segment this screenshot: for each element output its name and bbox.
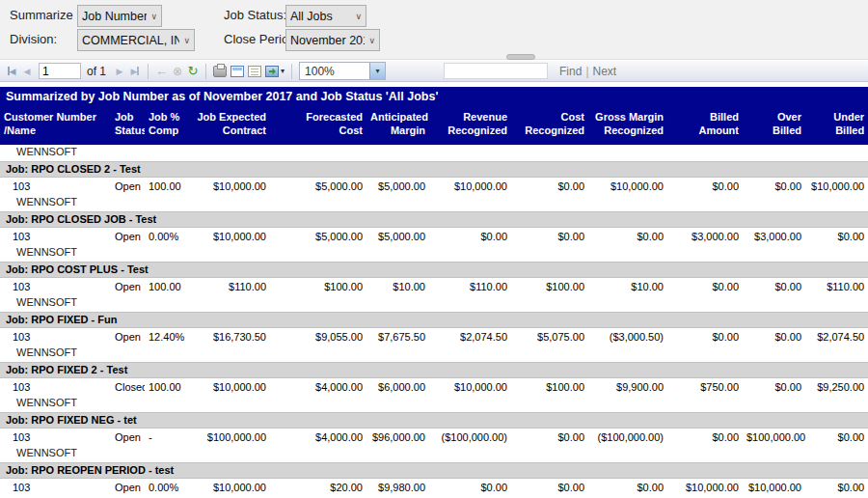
cell-under-billed: $9,250.00 — [805, 377, 868, 396]
column-header-job-status: JobStatus — [111, 107, 145, 145]
job-group-label: Job: RPO CLOSED 2 - Test — [0, 161, 868, 177]
cell-revenue-recognized: $0.00 — [429, 478, 511, 496]
cell-anticipated-margin: $10.00 — [366, 277, 429, 295]
zoom-dropdown-button[interactable]: ▾ — [369, 63, 385, 79]
customer-name: WENNSOFT — [0, 295, 868, 313]
refresh-icon: ↻ — [188, 64, 199, 78]
previous-page-button[interactable]: ◀ — [19, 63, 35, 80]
column-header-anticipated-margin: AnticipatedMargin — [366, 107, 429, 145]
cell-pct-comp: 100.00 — [145, 177, 193, 195]
job-group-header-row: Job: RPO CLOSED 2 - Test — [0, 161, 868, 177]
summarize-by-dropdown[interactable]: Job Number ∨ — [77, 5, 162, 27]
cell-cost-recognized: $0.00 — [511, 227, 588, 245]
cell-under-billed: $10,000.00 — [805, 177, 868, 195]
column-header-expected-contract: Job ExpectedContract — [193, 107, 270, 145]
page-setup-icon — [248, 66, 261, 77]
cell-forecasted-cost: $100.00 — [270, 277, 366, 295]
print-button[interactable] — [211, 63, 229, 80]
job-status-dropdown[interactable]: All Jobs ∨ — [285, 5, 366, 27]
division-label: Division: — [10, 32, 57, 46]
cell-job-status: Open — [111, 327, 145, 346]
cell-customer-number: 103 — [0, 277, 111, 295]
cell-customer-number: 103 — [0, 327, 111, 346]
back-button[interactable]: ← — [153, 63, 170, 80]
next-page-button[interactable]: ▶ — [112, 63, 127, 80]
cell-under-billed: $0.00 — [805, 227, 868, 245]
customer-name-row: WENNSOFT — [0, 396, 868, 413]
cell-billed-amount: $0.00 — [667, 177, 743, 195]
column-header-cost-recognized: CostRecognized — [511, 107, 588, 145]
page-count-label: of 1 — [87, 65, 106, 78]
zoom-dropdown[interactable]: 100% ▾ — [299, 62, 386, 80]
refresh-button[interactable]: ↻ — [185, 63, 201, 80]
division-dropdown[interactable]: COMMERCIAL, INDUS ∨ — [77, 29, 195, 51]
cell-customer-number: 103 — [0, 227, 111, 245]
cell-job-status: Open — [111, 478, 145, 496]
column-header-row: Customer Number/Name JobStatus Job %Comp… — [0, 107, 868, 145]
cell-gross-margin: $0.00 — [588, 227, 667, 245]
cell-under-billed: $0.00 — [805, 428, 868, 446]
page-setup-button[interactable] — [246, 63, 263, 80]
cell-expected-contract: $100,000.00 — [193, 428, 270, 446]
column-header-billed-amount: BilledAmount — [667, 107, 743, 145]
job-data-row: 103 Open 100.00 $10,000.00 $5,000.00 $5,… — [0, 177, 868, 195]
job-group-header-row: Job: RPO COST PLUS - Test — [0, 262, 868, 277]
cell-cost-recognized: $100.00 — [511, 277, 588, 295]
cell-expected-contract: $110.00 — [193, 277, 270, 295]
job-data-row: 103 Open 0.00% $10,000.00 $20.00 $9,980.… — [0, 478, 868, 496]
cell-pct-comp: 12.40% — [145, 327, 193, 346]
report-title: Summarized by Job Number as of November … — [0, 87, 868, 107]
cell-anticipated-margin: $6,000.00 — [366, 377, 429, 396]
job-group-header-row: Job: RPO FIXED - Fun — [0, 312, 868, 327]
last-page-button[interactable]: ▶ — [127, 63, 143, 80]
job-group-header-row: Job: RPO FIXED 2 - Test — [0, 362, 868, 377]
chevron-down-icon: ∨ — [368, 36, 375, 45]
cell-gross-margin: $9,900.00 — [588, 377, 667, 396]
print-layout-button[interactable] — [229, 63, 246, 80]
cell-billed-amount: $750.00 — [667, 377, 743, 396]
job-group-header-row: Job: RPO REOPEN PERIOD - test — [0, 462, 868, 478]
cell-under-billed: $2,074.50 — [805, 327, 868, 346]
customer-name-row: WENNSOFT — [0, 346, 868, 363]
stop-button[interactable]: ⊗ — [170, 63, 185, 80]
cell-pct-comp: 100.00 — [145, 277, 193, 295]
cell-anticipated-margin: $5,000.00 — [366, 177, 429, 195]
division-value: COMMERCIAL, INDUS — [82, 34, 179, 47]
export-button[interactable]: ▾ — [263, 63, 286, 80]
chevron-down-icon: ∨ — [150, 12, 157, 21]
cell-revenue-recognized: $10,000.00 — [429, 377, 511, 396]
cell-expected-contract: $10,000.00 — [193, 478, 270, 496]
cell-anticipated-margin: $9,980.00 — [366, 478, 429, 496]
toolbar-separator — [148, 64, 149, 79]
job-data-row: 103 Closed 100.00 $10,000.00 $4,000.00 $… — [0, 377, 868, 396]
close-period-dropdown[interactable]: November 2017 ∨ — [285, 29, 380, 51]
find-text-input[interactable] — [444, 63, 548, 79]
export-save-icon — [265, 66, 279, 77]
cell-under-billed: $0.00 — [805, 478, 868, 496]
cell-cost-recognized: $0.00 — [511, 177, 588, 195]
find-button[interactable]: Find — [556, 65, 585, 78]
cell-over-billed: $100,000.00 — [743, 428, 805, 446]
find-next-button[interactable]: Next — [589, 65, 621, 78]
cell-forecasted-cost: $9,055.00 — [270, 327, 366, 346]
cell-over-billed: $0.00 — [743, 377, 805, 396]
first-page-button[interactable]: ◀ — [4, 63, 19, 80]
summarize-by-value: Job Number — [82, 10, 147, 23]
page-number-input[interactable] — [39, 63, 81, 79]
cell-forecasted-cost: $4,000.00 — [270, 377, 366, 396]
splitter-handle[interactable] — [506, 54, 535, 60]
cell-revenue-recognized: $10,000.00 — [429, 177, 511, 195]
cell-cost-recognized: $5,075.00 — [511, 327, 588, 346]
zoom-value: 100% — [300, 65, 369, 78]
previous-page-icon: ◀ — [24, 67, 31, 76]
cell-forecasted-cost: $5,000.00 — [270, 227, 366, 245]
printer-icon — [213, 66, 227, 77]
customer-name: WENNSOFT — [0, 446, 868, 463]
job-group-header-row: Job: RPO FIXED NEG - tet — [0, 412, 868, 428]
customer-name-row: WENNSOFT — [0, 195, 868, 212]
column-header-under-billed: UnderBilled — [805, 107, 868, 145]
cell-job-status: Open — [111, 277, 145, 295]
job-group-label: Job: RPO FIXED NEG - tet — [0, 412, 868, 428]
cell-customer-number: 103 — [0, 377, 111, 396]
stop-icon: ⊗ — [173, 65, 182, 78]
